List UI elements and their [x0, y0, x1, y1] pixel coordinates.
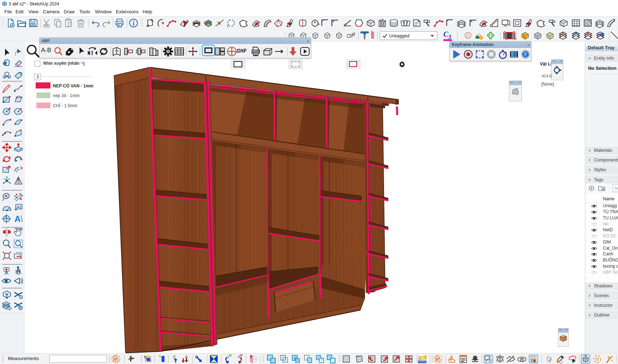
svg-text:A1: A1 — [17, 205, 22, 209]
svg-text:ABF_: ABF_ — [370, 31, 375, 39]
svg-text:C: C — [443, 30, 448, 38]
svg-text:C: C — [5, 215, 7, 219]
svg-text:?: ? — [586, 32, 589, 37]
svg-text:A: A — [14, 214, 21, 224]
svg-text:S: S — [561, 32, 564, 36]
svg-text:?: ? — [524, 52, 527, 57]
